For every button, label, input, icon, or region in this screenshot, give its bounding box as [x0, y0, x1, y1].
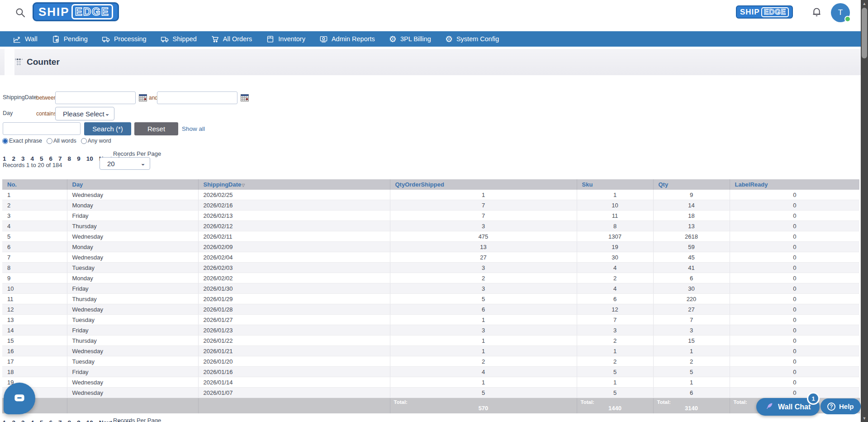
page-number-link[interactable]: 8: [68, 419, 71, 422]
table-row[interactable]: 6Monday2026/02/091319590: [2, 242, 859, 252]
page-number-link[interactable]: 1: [3, 155, 6, 162]
nav-item-shipped[interactable]: Shipped: [161, 35, 197, 43]
page-number-link[interactable]: 7: [58, 155, 62, 162]
page-number-link[interactable]: 10: [86, 419, 93, 422]
match-option-all-words[interactable]: All words: [47, 138, 76, 144]
page-number-link[interactable]: 4: [31, 155, 34, 162]
page-number-link[interactable]: 5: [40, 419, 43, 422]
radio-button[interactable]: [2, 138, 8, 144]
table-row[interactable]: 17Tuesday2026/01/202220: [2, 356, 859, 367]
column-header-labelready[interactable]: LabelReady: [730, 179, 859, 190]
cell-shippingdate: 2026/01/22: [198, 336, 390, 346]
show-all-link[interactable]: Show all: [182, 125, 205, 132]
column-header-no-[interactable]: No.: [2, 179, 67, 190]
table-row[interactable]: 7Wednesday2026/02/042730450: [2, 252, 859, 263]
search-button[interactable]: Search (*): [84, 122, 131, 135]
calendar-icon[interactable]: [241, 94, 249, 101]
help-button[interactable]: ? Help: [821, 398, 861, 414]
search-icon[interactable]: [15, 7, 26, 18]
vertical-scrollbar[interactable]: ▲ ▼: [861, 0, 868, 422]
nav-item-admin-reports[interactable]: Admin Reports: [319, 35, 375, 43]
cell-day: Friday: [67, 325, 198, 336]
page-number-link[interactable]: 4: [31, 419, 34, 422]
calendar-icon[interactable]: [139, 94, 147, 101]
nav-item-pending[interactable]: Pending: [52, 35, 88, 43]
radio-button[interactable]: [81, 138, 87, 144]
table-row[interactable]: 8Tuesday2026/02/0334410: [2, 263, 859, 273]
table-row[interactable]: 5Wednesday2026/02/11475130726180: [2, 231, 859, 242]
cell-qty: 59: [653, 242, 730, 252]
page-number-link[interactable]: 2: [12, 155, 16, 162]
cell-day: Friday: [67, 211, 198, 221]
nav-item-inventory[interactable]: Inventory: [266, 35, 305, 43]
records-per-page-select[interactable]: 20 ⌄: [100, 157, 150, 170]
table-row[interactable]: 18Friday2026/01/164550: [2, 367, 859, 377]
scrollbar-thumb[interactable]: [862, 8, 867, 58]
box-icon: [266, 35, 275, 43]
table-row[interactable]: 16Wednesday2026/01/211110: [2, 346, 859, 356]
cell-no-: 13: [2, 315, 67, 325]
reset-button[interactable]: Reset: [134, 122, 178, 135]
table-row[interactable]: 3Friday2026/02/13711180: [2, 211, 859, 221]
nav-item-system-config[interactable]: ⚙System Config: [445, 35, 499, 43]
records-range-text: Records 1 to 20 of 184: [3, 162, 62, 168]
cell-no-: 18: [2, 367, 67, 377]
user-avatar[interactable]: T: [831, 3, 850, 22]
table-row[interactable]: 1Wednesday2026/02/251190: [2, 190, 859, 200]
match-option-exact-phrase[interactable]: Exact phrase: [2, 138, 42, 144]
page-number-link[interactable]: 8: [68, 155, 71, 162]
page-number-link[interactable]: 3: [21, 155, 25, 162]
column-header-shippingdate[interactable]: ShippingDate▽: [198, 179, 390, 190]
match-option-any-word[interactable]: Any word: [81, 138, 111, 144]
nav-item-wall[interactable]: Wall: [13, 35, 38, 43]
next-page-link[interactable]: Next: [99, 419, 112, 422]
scroll-down-arrow[interactable]: ▼: [861, 415, 868, 422]
table-row[interactable]: 9Monday2026/02/022260: [2, 273, 859, 283]
table-row[interactable]: 14Friday2026/01/233330: [2, 325, 859, 336]
table-row[interactable]: 20Wednesday2026/01/075560: [2, 388, 859, 398]
table-row[interactable]: 11Thursday2026/01/29562200: [2, 294, 859, 304]
nav-item-processing[interactable]: Processing: [102, 35, 147, 43]
scroll-up-arrow[interactable]: ▲: [861, 0, 868, 7]
table-row[interactable]: 4Thursday2026/02/1238130: [2, 221, 859, 231]
column-header-sku[interactable]: Sku: [577, 179, 653, 190]
page-number-link[interactable]: 5: [40, 155, 43, 162]
cell-day: Thursday: [67, 336, 198, 346]
column-header-qtyordershipped[interactable]: QtyOrderShipped: [390, 179, 577, 190]
page-number-link[interactable]: 1: [3, 419, 6, 422]
logo-edge-text: EDGE: [71, 4, 113, 19]
column-header-day[interactable]: Day: [67, 179, 198, 190]
page-number-link[interactable]: 2: [12, 419, 16, 422]
radio-button[interactable]: [47, 138, 52, 144]
table-row[interactable]: 2Monday2026/02/16710140: [2, 200, 859, 211]
cell-qty: 1: [653, 346, 730, 356]
cell-shippingdate: 2026/01/23: [198, 325, 390, 336]
page-number-link[interactable]: 6: [49, 155, 53, 162]
cell-sku: 3: [577, 325, 653, 336]
page-number-link[interactable]: 9: [77, 155, 81, 162]
column-header-qty[interactable]: Qty: [653, 179, 730, 190]
page-number-link[interactable]: 7: [58, 419, 62, 422]
page-number-link[interactable]: 9: [77, 419, 81, 422]
table-row[interactable]: 12Wednesday2026/01/28612270: [2, 304, 859, 315]
date-from-input[interactable]: [55, 91, 136, 104]
shipedge-logo[interactable]: SHIP EDGE: [33, 2, 119, 21]
date-to-input[interactable]: [157, 91, 237, 104]
table-row[interactable]: 19Wednesday2026/01/141110: [2, 377, 859, 388]
notifications-bell-icon[interactable]: [811, 6, 823, 18]
table-row[interactable]: 15Thursday2026/01/2212150: [2, 336, 859, 346]
page-number-link[interactable]: 3: [21, 419, 25, 422]
nav-item-all-orders[interactable]: All Orders: [211, 35, 252, 43]
table-row[interactable]: 13Tuesday2026/01/271770: [2, 315, 859, 325]
cell-qty: 6: [653, 273, 730, 283]
nav-item-3pl-billing[interactable]: ⚙3PL Billing: [389, 35, 431, 43]
cell-qtyordershipped: 5: [390, 388, 577, 398]
page-number-link[interactable]: 6: [49, 419, 53, 422]
table-row[interactable]: 10Friday2026/01/3034300: [2, 283, 859, 294]
search-term-input[interactable]: [3, 122, 81, 135]
page-number-link[interactable]: 10: [86, 155, 93, 162]
chat-launcher-button[interactable]: [4, 383, 35, 414]
day-select[interactable]: Please Select ⌄: [55, 107, 114, 120]
cell-day: Friday: [67, 283, 198, 294]
shipedge-logo-secondary[interactable]: SHIP EDGE: [736, 5, 793, 19]
